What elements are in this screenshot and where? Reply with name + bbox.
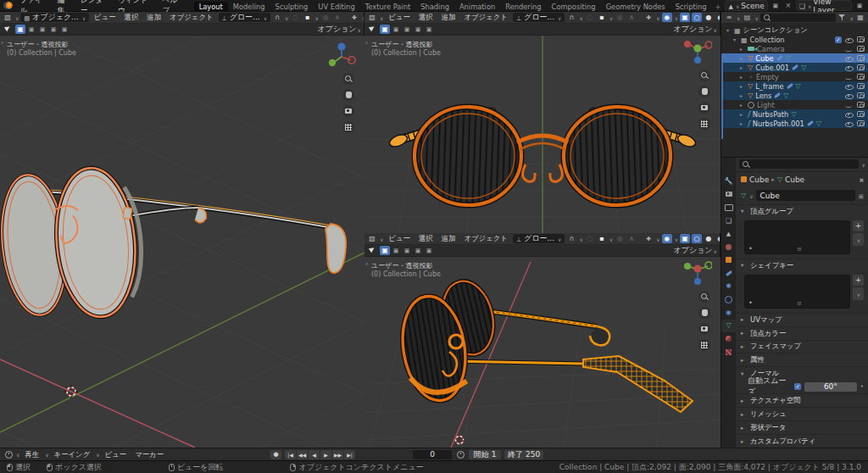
tab-rendering[interactable]: Rendering bbox=[500, 2, 546, 12]
menu-view[interactable]: ビュー bbox=[91, 13, 120, 22]
jump-to-end-button[interactable] bbox=[344, 450, 355, 459]
visibility-eye-icon[interactable] bbox=[845, 55, 854, 62]
tab-view-layer-icon[interactable] bbox=[721, 214, 736, 228]
editor-type-icon[interactable] bbox=[3, 13, 13, 22]
row-light[interactable]: Light bbox=[721, 100, 868, 109]
snap-icon[interactable] bbox=[272, 13, 282, 22]
tab-texture-icon[interactable] bbox=[721, 346, 736, 359]
menu-keying[interactable]: キーイング bbox=[51, 450, 94, 459]
menu-object[interactable]: オブジェクト bbox=[460, 13, 510, 22]
next-key-button[interactable] bbox=[332, 450, 343, 459]
camera-view-icon[interactable] bbox=[342, 105, 354, 117]
pivot-point-icon[interactable] bbox=[597, 13, 607, 22]
options-dropdown[interactable]: オプション bbox=[674, 24, 713, 35]
tab-uv-editing[interactable]: UV Editing bbox=[313, 2, 359, 12]
tab-object-icon[interactable] bbox=[721, 253, 736, 267]
perspective-toggle-icon[interactable] bbox=[342, 121, 354, 133]
add-shape-key-button[interactable] bbox=[853, 275, 864, 286]
pan-hand-icon[interactable] bbox=[698, 307, 710, 319]
visibility-eye-icon[interactable] bbox=[845, 83, 854, 90]
toolbar-toggle-arrow[interactable] bbox=[1, 39, 3, 47]
tab-particles-icon[interactable]: ✱ bbox=[721, 280, 736, 293]
expand-icon[interactable] bbox=[740, 102, 745, 108]
visibility-eye-icon[interactable] bbox=[845, 64, 854, 71]
tab-world-icon[interactable] bbox=[721, 241, 736, 254]
auto-keying-button[interactable] bbox=[270, 450, 281, 459]
pivot-point-icon[interactable] bbox=[302, 13, 312, 22]
row-collection[interactable]: Collection bbox=[721, 35, 868, 44]
select-mode-invert[interactable] bbox=[48, 25, 58, 34]
show-gizmo-icon[interactable] bbox=[643, 234, 654, 243]
shading-material-icon[interactable] bbox=[715, 234, 720, 243]
row-cube[interactable]: Cube bbox=[721, 53, 868, 63]
auto-smooth-angle-field[interactable]: 60° bbox=[804, 382, 857, 392]
prev-key-button[interactable] bbox=[297, 450, 308, 459]
snap-icon[interactable] bbox=[566, 234, 576, 243]
panel-vertex-groups[interactable]: 頂点グループ bbox=[736, 204, 868, 218]
panel-face-maps[interactable]: フェイスマップ bbox=[736, 340, 868, 353]
gizmo-caret[interactable] bbox=[655, 14, 659, 22]
falloff-curve-icon[interactable] bbox=[332, 13, 342, 22]
transform-orientation-dropdown[interactable]: グロー... bbox=[513, 234, 565, 243]
view-layer-selector[interactable]: View Layer bbox=[796, 0, 852, 11]
proportional-edit-icon[interactable] bbox=[585, 234, 595, 243]
tab-scene-icon[interactable] bbox=[721, 227, 736, 241]
visibility-eye-icon[interactable] bbox=[845, 92, 854, 99]
row-nurbspath-001[interactable]: NurbsPath.001 bbox=[721, 119, 868, 128]
select-mode-extend[interactable] bbox=[391, 25, 401, 34]
snap-caret[interactable] bbox=[578, 235, 582, 243]
row-empty[interactable]: Empty bbox=[721, 72, 868, 81]
tab-scripting[interactable]: Scripting bbox=[670, 2, 712, 12]
perspective-toggle-icon[interactable] bbox=[698, 339, 710, 351]
render-camera-icon[interactable] bbox=[857, 120, 865, 126]
render-camera-icon[interactable] bbox=[857, 83, 865, 89]
new-collection-button[interactable] bbox=[855, 13, 865, 22]
pivot-caret[interactable] bbox=[609, 14, 613, 22]
menu-playback[interactable]: 再生 bbox=[21, 450, 42, 459]
add-workspace-button[interactable]: + bbox=[712, 2, 725, 12]
transform-orientation-dropdown[interactable]: グロー... bbox=[219, 13, 271, 22]
select-mode-subtract[interactable] bbox=[402, 25, 412, 34]
tab-animation[interactable]: Animation bbox=[454, 2, 500, 12]
frame-start-field[interactable]: 開始1 bbox=[469, 450, 501, 459]
menu-object[interactable]: オブジェクト bbox=[166, 13, 216, 22]
camera-view-icon[interactable] bbox=[698, 102, 710, 114]
render-camera-icon[interactable] bbox=[857, 64, 865, 70]
frame-end-field[interactable]: 終了250 bbox=[504, 450, 543, 459]
navigation-gizmo[interactable] bbox=[683, 37, 712, 64]
visibility-eye-icon[interactable] bbox=[845, 74, 854, 81]
row-camera[interactable]: Camera bbox=[721, 44, 868, 53]
menu-add[interactable]: 追加 bbox=[438, 13, 459, 22]
select-mode-set[interactable] bbox=[380, 246, 390, 255]
viewport-left-canvas[interactable]: ユーザー・透視投影 (0) Collection | Cube bbox=[0, 36, 364, 448]
scene-selector[interactable]: Scene bbox=[725, 0, 767, 11]
options-dropdown[interactable]: オプション bbox=[674, 245, 713, 256]
show-overlays-icon[interactable] bbox=[662, 234, 672, 243]
zoom-icon[interactable] bbox=[698, 70, 710, 81]
toggle-xray-icon[interactable] bbox=[680, 234, 690, 243]
panel-remesh[interactable]: リメッシュ bbox=[736, 407, 868, 420]
active-tool-select-box-icon[interactable] bbox=[367, 25, 377, 34]
proportional-falloff-icon[interactable] bbox=[615, 13, 625, 22]
perspective-toggle-icon[interactable] bbox=[698, 118, 710, 130]
active-tool-select-box-icon[interactable] bbox=[367, 246, 377, 255]
breadcrumb-object[interactable]: Cube bbox=[749, 175, 769, 184]
select-mode-intersect[interactable] bbox=[424, 25, 434, 34]
play-reverse-button[interactable] bbox=[309, 450, 320, 459]
animate-property-dot[interactable]: • bbox=[860, 383, 864, 390]
collection-checkbox[interactable] bbox=[835, 36, 842, 43]
show-gizmo-icon[interactable] bbox=[349, 13, 359, 22]
properties-search-input[interactable] bbox=[739, 159, 859, 169]
overlays-caret[interactable] bbox=[674, 14, 678, 22]
expand-icon[interactable] bbox=[740, 64, 745, 70]
select-mode-subtract[interactable] bbox=[402, 246, 412, 255]
tab-object-data-icon[interactable] bbox=[721, 320, 736, 333]
options-dropdown[interactable]: オプション bbox=[318, 24, 357, 35]
snap-caret[interactable] bbox=[578, 14, 582, 22]
proportional-edit-icon[interactable] bbox=[585, 13, 595, 22]
use-preview-range-icon[interactable] bbox=[455, 450, 465, 459]
zoom-icon[interactable] bbox=[698, 291, 710, 303]
navigation-gizmo[interactable] bbox=[683, 259, 712, 286]
shading-solid-icon[interactable] bbox=[704, 234, 714, 243]
tab-compositing[interactable]: Compositing bbox=[547, 2, 601, 12]
